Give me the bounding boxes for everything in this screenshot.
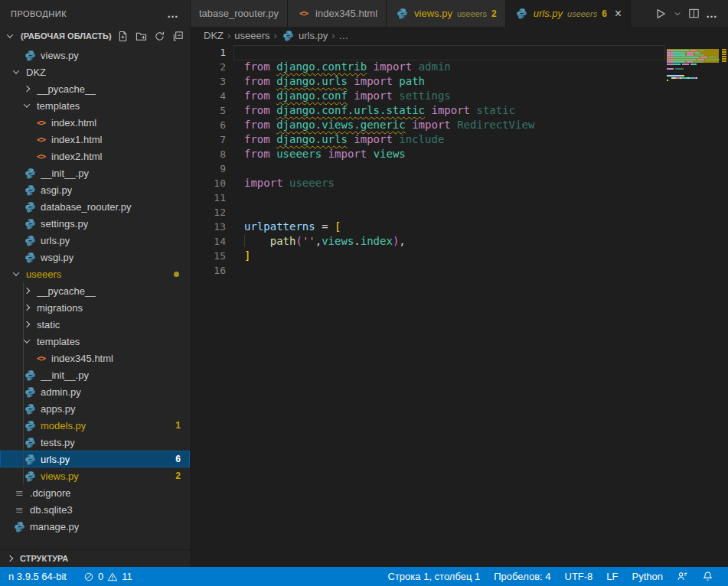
eol[interactable]: LF (599, 567, 625, 586)
cursor-position[interactable]: Строка 1, столбец 1 (381, 567, 488, 586)
tree-item-urls.py[interactable]: urls.py (0, 232, 190, 249)
code-line-11[interactable]: 11 (191, 190, 667, 205)
encoding[interactable]: UTF-8 (558, 567, 600, 586)
tab-views.py[interactable]: views.pyuseeers2 (387, 0, 506, 27)
tree-item-settings.py[interactable]: settings.py (0, 215, 190, 232)
indentation[interactable]: Пробелов: 4 (487, 567, 557, 586)
problems-indicator[interactable]: 011 (77, 567, 139, 586)
code-line-10[interactable]: 10import useeers (191, 176, 667, 190)
line-number[interactable]: 11 (191, 190, 226, 205)
more-actions[interactable]: … (704, 5, 719, 21)
line-number[interactable]: 14 (191, 234, 226, 249)
tree-item-static[interactable]: static (0, 316, 190, 333)
overview-ruler[interactable] (720, 44, 728, 567)
collapse-folders-icon[interactable] (172, 31, 184, 42)
tree-item-__pycache__[interactable]: __pycache__ (0, 282, 190, 299)
tree-item-index.html[interactable]: <>index.html (0, 114, 190, 131)
code-line-2[interactable]: 2from django.contrib import admin (191, 60, 667, 74)
code-line-9[interactable]: 9 (191, 161, 667, 176)
tree-item-DKZ[interactable]: DKZ (0, 63, 190, 80)
line-number[interactable]: 13 (191, 220, 226, 234)
explorer-more-actions-icon[interactable]: … (167, 7, 179, 20)
line-number[interactable]: 9 (191, 161, 226, 176)
python-file-icon (23, 470, 38, 482)
split-editor-button[interactable] (687, 6, 701, 21)
refresh-explorer-icon[interactable] (154, 31, 165, 42)
code-line-13[interactable]: 13urlpatterns = [ (191, 220, 667, 234)
tree-item-admin.py[interactable]: admin.py (0, 383, 190, 400)
tab-problem-badge: 6 (602, 8, 607, 19)
python-file-icon (23, 252, 38, 263)
code-area[interactable]: 12from django.contrib import admin3from … (191, 45, 667, 278)
tree-item-.dcignore[interactable]: ≡.dcignore (0, 484, 190, 501)
close-icon[interactable]: × (615, 8, 622, 20)
tab-urls.py[interactable]: urls.pyuseeers6× (506, 0, 631, 27)
tree-item-__pycache__[interactable]: __pycache__ (0, 80, 190, 97)
line-number[interactable]: 15 (191, 249, 226, 263)
tab-label: views.py (414, 8, 452, 19)
tree-item-__init__.py[interactable]: __init__.py (0, 366, 190, 383)
minimap[interactable] (667, 47, 719, 83)
workspace-section-label: (РАБОЧАЯ ОБЛАСТЬ) ... (21, 31, 113, 41)
code-editor[interactable]: 12from django.contrib import admin3from … (191, 44, 728, 567)
tree-item-views.py[interactable]: views.py2 (0, 467, 190, 484)
feedback-icon[interactable] (670, 567, 695, 586)
run-dropdown-button[interactable] (671, 8, 684, 20)
run-button[interactable] (653, 6, 668, 21)
tree-item-asgi.py[interactable]: asgi.py (0, 181, 190, 198)
code-line-8[interactable]: 8from useeers import views (191, 147, 667, 161)
tree-item-tests.py[interactable]: tests.py (0, 434, 190, 451)
line-number[interactable]: 2 (191, 60, 226, 74)
code-line-6[interactable]: 6from django.views.generic import Redire… (191, 118, 667, 132)
tree-item-db.sqlite3[interactable]: ≡db.sqlite3 (0, 501, 190, 518)
line-number[interactable]: 7 (191, 132, 226, 147)
code-line-4[interactable]: 4from django.conf import settings (191, 89, 667, 103)
line-number[interactable]: 8 (191, 147, 226, 161)
tree-item-urls.py[interactable]: urls.py6 (0, 451, 190, 467)
breadcrumb-item-DKZ[interactable]: DKZ (204, 30, 224, 41)
line-number[interactable]: 5 (191, 103, 226, 118)
line-number[interactable]: 1 (191, 45, 226, 60)
tree-item-database_roouter.py[interactable]: database_roouter.py (0, 198, 190, 215)
tree-item-wsgi.py[interactable]: wsgi.py (0, 249, 190, 265)
line-number[interactable]: 10 (191, 176, 226, 190)
code-line-15[interactable]: 15] (191, 249, 667, 263)
tree-item-templates[interactable]: templates (0, 97, 190, 114)
line-number[interactable]: 12 (191, 205, 226, 220)
code-line-3[interactable]: 3from django.urls import path (191, 74, 667, 89)
tree-item-templates[interactable]: templates (0, 333, 190, 350)
tree-item-manage.py[interactable]: manage.py (0, 518, 190, 535)
line-number[interactable]: 6 (191, 118, 226, 132)
python-version[interactable]: n 3.9.5 64-bit (2, 567, 73, 586)
new-file-icon[interactable] (117, 31, 129, 42)
bell-icon[interactable] (695, 567, 720, 586)
tree-item-migrations[interactable]: migrations (0, 299, 190, 316)
tree-item-apps.py[interactable]: apps.py (0, 400, 190, 417)
outline-section-header[interactable]: СТРУКТУРА (0, 549, 190, 566)
tree-item-useeers[interactable]: useeers (0, 265, 190, 282)
tree-item-views.py[interactable]: views.py (0, 47, 190, 63)
code-token: from (244, 75, 276, 87)
code-line-12[interactable]: 12 (191, 205, 667, 220)
breadcrumb-item-urls.py[interactable]: urls.py (281, 30, 328, 41)
tab-index345.html[interactable]: <>index345.html (288, 0, 387, 27)
tree-item-index2.html[interactable]: <>index2.html (0, 148, 190, 164)
new-folder-icon[interactable] (135, 31, 147, 42)
tree-item-__init__.py[interactable]: __init__.py (0, 164, 190, 181)
workspace-section-header[interactable]: (РАБОЧАЯ ОБЛАСТЬ) ... (0, 27, 190, 45)
line-number[interactable]: 16 (191, 263, 226, 278)
code-line-1[interactable]: 1 (191, 45, 667, 60)
tree-item-index345.html[interactable]: <>index345.html (0, 350, 190, 366)
code-line-16[interactable]: 16 (191, 263, 667, 278)
code-line-5[interactable]: 5from django.conf.urls.static import sta… (191, 103, 667, 118)
line-number[interactable]: 4 (191, 89, 226, 103)
tab-tabase_roouter.py[interactable]: tabase_roouter.py (191, 0, 288, 27)
code-line-7[interactable]: 7from django.urls import include (191, 132, 667, 147)
language-mode[interactable]: Python (625, 567, 670, 586)
breadcrumb-item-useeers[interactable]: useeers (234, 30, 269, 41)
tree-item-models.py[interactable]: models.py1 (0, 417, 190, 434)
breadcrumb-item-…[interactable]: … (339, 30, 349, 41)
tree-item-index1.html[interactable]: <>index1.html (0, 131, 190, 148)
code-line-14[interactable]: 14 path('',views.index), (191, 234, 667, 249)
line-number[interactable]: 3 (191, 74, 226, 89)
